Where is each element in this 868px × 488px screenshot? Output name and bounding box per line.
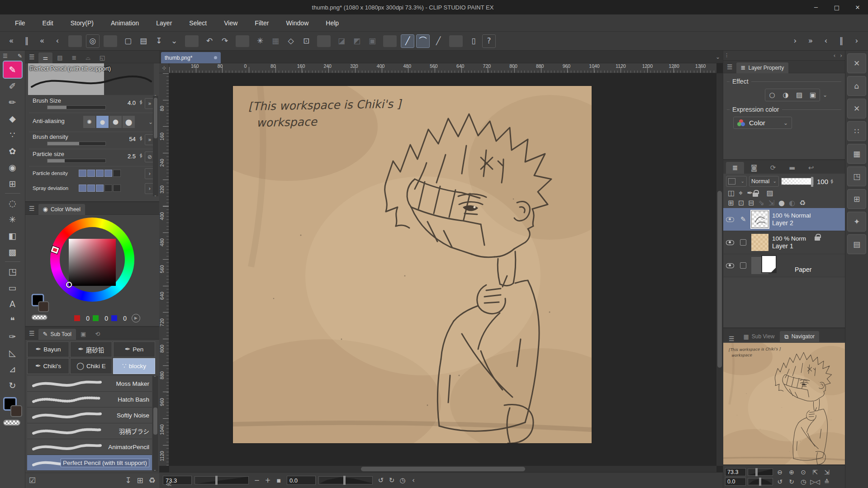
canvas-viewport[interactable]: [169, 73, 716, 466]
marker-tool[interactable]: ✐: [4, 78, 22, 94]
nav-fit-button[interactable]: ⊙: [798, 469, 808, 475]
sub-tool-button[interactable]: ✒ Pen: [113, 341, 155, 357]
tab-timelapse[interactable]: ⟳: [764, 162, 782, 174]
color-wheel-menu-icon[interactable]: ☰: [29, 205, 35, 212]
text-tool[interactable]: A: [4, 296, 22, 312]
lasso-selection-tool[interactable]: ◌: [4, 195, 22, 211]
frame-border-tool[interactable]: ▭: [4, 280, 22, 296]
new-document-icon[interactable]: ▢: [121, 34, 135, 48]
nav-reset-rotation-button[interactable]: ◷: [798, 479, 808, 485]
tab-sub-tool[interactable]: ✎ Sub Tool: [38, 329, 76, 340]
layer2-visibility-toggle[interactable]: [723, 217, 737, 222]
panel-splitter-icon[interactable]: ‖: [20, 34, 33, 48]
layer1-name[interactable]: Layer 1: [772, 242, 806, 250]
sub-tool-button[interactable]: ∵ blocky: [113, 358, 155, 374]
correct-line-tool[interactable]: ⊿: [4, 361, 22, 377]
horizontal-scrollbar[interactable]: [169, 466, 716, 472]
material-manga-icon[interactable]: ∷: [847, 121, 866, 141]
nav-flip-vertical-button[interactable]: ≙: [822, 479, 832, 485]
tab-stroke[interactable]: ≣: [67, 52, 81, 63]
expression-color-dropdown[interactable]: Color ⌄: [733, 117, 792, 129]
background-color-swatch[interactable]: [10, 405, 22, 417]
aa-dropdown-icon[interactable]: ⌄: [148, 119, 153, 125]
layer1-visibility-toggle[interactable]: [723, 240, 737, 245]
snap-to-grid-icon[interactable]: ╱: [432, 34, 445, 48]
expand-statusbar-icon[interactable]: ≪: [166, 481, 172, 487]
open-file-icon[interactable]: ▤: [137, 34, 150, 48]
gradient-tool[interactable]: ▩: [4, 244, 22, 260]
paper-name[interactable]: Paper: [795, 266, 811, 273]
decoration-tool[interactable]: ✿: [4, 143, 22, 159]
fit-to-screen-button[interactable]: ▪: [273, 477, 284, 484]
snap-to-ruler-icon[interactable]: ╱: [401, 34, 414, 48]
rotate-left-button[interactable]: ↺: [375, 477, 386, 484]
nav-zoom-out-button[interactable]: ⊖: [775, 469, 785, 475]
invert-selection-icon[interactable]: ◇: [284, 34, 298, 48]
tab-navigator[interactable]: ⧉ Navigator: [780, 331, 819, 342]
layer1-checkbox[interactable]: [740, 239, 746, 246]
collapse-statusbar-icon[interactable]: ‹: [408, 477, 419, 484]
undo-icon[interactable]: ↶: [203, 34, 216, 48]
lock-layer-icon[interactable]: [753, 193, 758, 197]
nav-zoom-input[interactable]: 73.3: [725, 468, 746, 476]
fill-tool[interactable]: ◧: [4, 227, 22, 244]
material-color-pattern-icon[interactable]: ⌂: [847, 76, 866, 96]
transfer-to-layer-icon[interactable]: ⇘: [758, 199, 764, 207]
duplicate-brush-icon[interactable]: ⊞: [137, 477, 143, 484]
brush-density-spinner[interactable]: ▲▼: [140, 136, 142, 141]
layer-color-effect-icon[interactable]: ▣: [806, 89, 820, 101]
paper-visibility-toggle[interactable]: [723, 263, 737, 268]
sub-tool-button[interactable]: ✒ 磨砂铅: [70, 341, 112, 357]
nav-rotate-left-button[interactable]: ↺: [775, 479, 785, 485]
canvas-document[interactable]: [233, 86, 592, 443]
layer1-thumbnail[interactable]: [751, 234, 768, 251]
zoom-slider[interactable]: [194, 476, 249, 484]
tab-list-dropdown-icon[interactable]: ⌄: [716, 54, 720, 60]
navigator-preview[interactable]: [723, 343, 845, 466]
brush-density-value[interactable]: 54: [129, 136, 136, 142]
expand-right-icon[interactable]: »: [804, 34, 817, 48]
zoom-out-button[interactable]: −: [251, 477, 262, 484]
auto-action-tool[interactable]: ↻: [4, 377, 22, 393]
particle-size-slider[interactable]: [47, 159, 106, 163]
menu-item[interactable]: Animation: [102, 14, 147, 32]
airbrush-tool[interactable]: ∵: [4, 127, 22, 143]
opacity-value[interactable]: 100: [817, 178, 828, 185]
deselect-icon[interactable]: ✳: [253, 34, 267, 48]
selection-launcher-2-icon[interactable]: ◩: [350, 34, 364, 48]
opacity-spinner[interactable]: ▲▼: [830, 179, 833, 184]
collapse-left-2-icon[interactable]: «: [35, 34, 49, 48]
brush-list-item[interactable]: Moss Maker: [27, 376, 152, 392]
redo-icon[interactable]: ↷: [218, 34, 232, 48]
crop-icon[interactable]: ⊡: [299, 34, 313, 48]
tab-more[interactable]: ◱: [95, 52, 109, 63]
brush-size-slider[interactable]: [47, 105, 106, 109]
sub-tool-button[interactable]: ✒ Bayun: [27, 341, 69, 357]
layer2-name[interactable]: Layer 2: [772, 219, 811, 227]
tab-brush-settings[interactable]: ▤: [52, 52, 67, 63]
nav-zoom-in-button[interactable]: ⊕: [787, 469, 797, 475]
tab-animation-cels[interactable]: ▬: [783, 162, 801, 174]
material-download-icon[interactable]: ✕: [847, 53, 866, 73]
tab-tool-property[interactable]: ⚌: [38, 52, 53, 63]
clip-to-layer-below-icon[interactable]: ◫: [728, 190, 735, 197]
companion-mode-icon[interactable]: ▯: [467, 34, 480, 48]
aa-none-button[interactable]: ✺: [83, 116, 95, 128]
panel-splitter-2-icon[interactable]: ‖: [835, 34, 848, 48]
blend-mode-dropdown[interactable]: Normal ⌄: [749, 176, 779, 187]
eraser-tool[interactable]: ◆: [4, 110, 22, 127]
menu-item[interactable]: Layer: [147, 14, 180, 32]
delete-layer-icon[interactable]: ♻: [799, 199, 806, 207]
nav-actual-size-icon[interactable]: ⇲: [822, 469, 832, 475]
tab-texture[interactable]: ⌓: [81, 52, 95, 63]
save-dropdown-icon[interactable]: ⌄: [167, 34, 181, 48]
effect-dropdown-icon[interactable]: ⌄: [823, 92, 827, 98]
collapse-right-icon[interactable]: ‹: [819, 34, 833, 48]
lock-settings-icon[interactable]: ⚿: [30, 65, 151, 93]
sv-marker[interactable]: [66, 282, 72, 288]
material-monochromatic-icon[interactable]: ✕: [847, 99, 866, 118]
material-3d-icon[interactable]: ⊞: [847, 189, 866, 209]
color-mode-toggle-icon[interactable]: ▶: [132, 314, 140, 322]
nav-flip-horizontal-button[interactable]: ▷◁: [810, 479, 820, 485]
menu-item[interactable]: View: [215, 14, 246, 32]
